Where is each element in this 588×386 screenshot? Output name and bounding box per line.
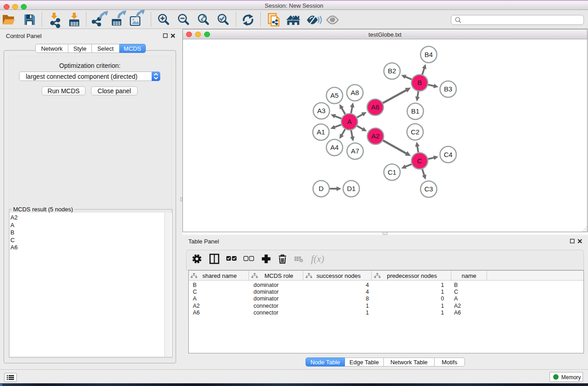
svg-text:A4: A4 — [330, 143, 339, 151]
svg-text:B: B — [417, 79, 422, 86]
svg-text:A: A — [347, 118, 352, 125]
svg-text:B3: B3 — [444, 85, 452, 93]
svg-text:A5: A5 — [330, 91, 339, 99]
svg-text:C1: C1 — [387, 168, 396, 176]
svg-text:C2: C2 — [411, 128, 419, 136]
svg-text:B4: B4 — [425, 51, 433, 58]
svg-text:B2: B2 — [388, 67, 396, 75]
svg-text:A7: A7 — [351, 147, 359, 155]
svg-text:f(x): f(x) — [311, 253, 324, 264]
svg-text:A3: A3 — [317, 107, 325, 114]
svg-text:A8: A8 — [351, 89, 359, 96]
svg-text:D1: D1 — [347, 185, 355, 192]
svg-text:A2: A2 — [371, 132, 379, 140]
svg-text:C4: C4 — [444, 151, 452, 158]
svg-text:D: D — [319, 185, 324, 192]
svg-text:A1: A1 — [317, 128, 325, 136]
svg-text:A6: A6 — [371, 103, 379, 111]
svg-text:C: C — [417, 157, 422, 165]
svg-text:C3: C3 — [424, 185, 433, 193]
svg-text:B1: B1 — [411, 107, 419, 115]
